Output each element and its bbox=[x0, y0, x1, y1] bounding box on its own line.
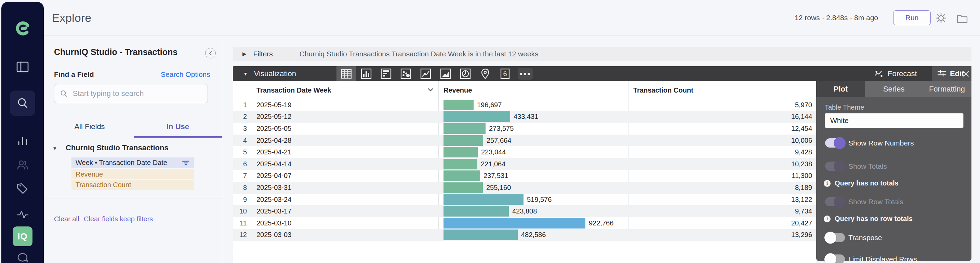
filters-bar[interactable]: ▶ Filters Churniq Studio Transactions Tr… bbox=[233, 47, 972, 61]
toggle-transpose[interactable]: Transpose bbox=[825, 233, 882, 242]
cell-transaction-count[interactable]: 11,300 bbox=[628, 170, 816, 182]
viz-line-chart-icon[interactable] bbox=[416, 66, 436, 81]
cell-transaction-count[interactable]: 20,427 bbox=[628, 217, 816, 229]
cell-transaction-count[interactable]: 16,144 bbox=[628, 111, 816, 123]
chat-icon[interactable] bbox=[16, 251, 29, 263]
filter-funnel-icon[interactable] bbox=[181, 160, 190, 166]
cell-transaction-count[interactable]: 10,238 bbox=[628, 158, 816, 170]
toggle-track[interactable] bbox=[825, 233, 845, 242]
cell-transaction-date-week[interactable]: 2025-05-05 bbox=[252, 123, 438, 135]
cell-transaction-count[interactable]: 9,428 bbox=[628, 146, 816, 158]
cell-transaction-date-week[interactable]: 2025-05-19 bbox=[252, 99, 438, 111]
revenue-value[interactable]: 221,064 bbox=[481, 160, 505, 168]
viz-column-chart-icon[interactable] bbox=[356, 66, 376, 81]
cell-revenue[interactable]: 237,531 bbox=[438, 170, 628, 182]
cell-transaction-count[interactable]: 13,296 bbox=[628, 229, 816, 241]
tab-in-use[interactable]: In Use bbox=[134, 122, 222, 131]
revenue-value[interactable]: 196,697 bbox=[477, 101, 502, 109]
toggle-limit-displayed-rows[interactable]: Limit Displayed Rows bbox=[825, 255, 917, 263]
table-theme-select[interactable]: White bbox=[825, 113, 964, 128]
column-header-transaction-date-week[interactable]: Transaction Date Week bbox=[256, 86, 331, 94]
visualization-collapse-caret-icon[interactable]: ▼ bbox=[243, 71, 248, 76]
search-options-link[interactable]: Search Options bbox=[161, 70, 210, 79]
viz-single-value-icon[interactable]: 6 bbox=[495, 66, 515, 81]
activity-icon[interactable] bbox=[15, 208, 30, 222]
cell-transaction-count[interactable]: 5,970 bbox=[628, 99, 816, 111]
cell-revenue[interactable]: 433,431 bbox=[438, 111, 628, 123]
cell-revenue[interactable]: 255,160 bbox=[438, 182, 628, 194]
tab-plot[interactable]: Plot bbox=[816, 81, 865, 97]
cell-transaction-date-week[interactable]: 2025-04-21 bbox=[252, 146, 438, 158]
revenue-value[interactable]: 237,531 bbox=[484, 172, 508, 180]
cell-transaction-date-week[interactable]: 2025-03-31 bbox=[252, 182, 438, 194]
panels-icon[interactable] bbox=[15, 60, 30, 74]
cell-transaction-date-week[interactable]: 2025-04-28 bbox=[252, 135, 438, 147]
search-nav-active-tile[interactable] bbox=[10, 90, 35, 116]
cell-revenue[interactable]: 423,808 bbox=[438, 205, 628, 217]
revenue-value[interactable]: 922,766 bbox=[589, 219, 613, 227]
bar-chart-nav-icon[interactable] bbox=[16, 133, 29, 147]
viz-map-icon[interactable] bbox=[475, 66, 495, 81]
viz-pie-chart-icon[interactable] bbox=[455, 66, 475, 81]
settings-gear-icon[interactable] bbox=[935, 12, 947, 25]
tab-formatting[interactable]: Formatting bbox=[923, 81, 972, 97]
cell-transaction-date-week[interactable]: 2025-03-24 bbox=[252, 194, 438, 206]
cell-revenue[interactable]: 257,664 bbox=[438, 135, 628, 147]
cell-transaction-date-week[interactable]: 2025-03-17 bbox=[252, 205, 438, 217]
column-header-revenue[interactable]: Revenue bbox=[444, 86, 472, 94]
field-chip-revenue[interactable]: Revenue bbox=[72, 170, 194, 179]
iq-nav-badge[interactable]: IQ bbox=[13, 227, 32, 246]
revenue-value[interactable]: 255,160 bbox=[486, 184, 511, 192]
group-collapse-caret-icon[interactable]: ▾ bbox=[53, 145, 56, 152]
column-header-transaction-count[interactable]: Transaction Count bbox=[633, 86, 694, 94]
sort-desc-chevron-icon[interactable] bbox=[428, 88, 433, 92]
tag-icon[interactable] bbox=[15, 181, 30, 195]
field-chip-week-transaction-date[interactable]: Week • Transaction Date Date bbox=[72, 157, 194, 168]
viz-more-icon[interactable]: ●●● bbox=[518, 68, 533, 79]
cell-transaction-date-week[interactable]: 2025-03-10 bbox=[252, 217, 438, 229]
cell-transaction-count[interactable]: 8,189 bbox=[628, 182, 816, 194]
viz-table-icon[interactable] bbox=[336, 66, 356, 81]
cell-transaction-date-week[interactable]: 2025-03-03 bbox=[252, 229, 438, 241]
tab-series[interactable]: Series bbox=[865, 81, 923, 97]
cell-transaction-count[interactable]: 10,006 bbox=[628, 135, 816, 147]
clear-fields-keep-filters-link[interactable]: Clear fields keep filters bbox=[84, 215, 153, 223]
viz-scatter-icon[interactable] bbox=[396, 66, 416, 81]
cell-revenue[interactable]: 922,766 bbox=[438, 217, 628, 229]
run-button[interactable]: Run bbox=[893, 10, 931, 25]
cell-transaction-count[interactable]: 12,454 bbox=[628, 123, 816, 135]
cell-revenue[interactable]: 519,576 bbox=[438, 194, 628, 206]
clear-all-link[interactable]: Clear all bbox=[54, 215, 79, 223]
cell-transaction-count[interactable]: 9,734 bbox=[628, 205, 816, 217]
revenue-value[interactable]: 273,575 bbox=[489, 125, 514, 133]
cell-revenue[interactable]: 223,044 bbox=[438, 146, 628, 158]
app-logo-icon[interactable] bbox=[15, 21, 30, 36]
revenue-value[interactable]: 519,576 bbox=[527, 196, 552, 204]
cell-transaction-date-week[interactable]: 2025-04-14 bbox=[252, 158, 438, 170]
toggle-track[interactable] bbox=[825, 255, 845, 263]
forecast-button[interactable]: Forecast bbox=[874, 66, 917, 81]
revenue-value[interactable]: 423,808 bbox=[512, 208, 537, 215]
toggle-show-row-numbers[interactable]: Show Row Numbers bbox=[825, 138, 914, 147]
filters-expand-caret-icon[interactable]: ▶ bbox=[242, 51, 247, 57]
tab-all-fields[interactable]: All Fields bbox=[45, 122, 134, 131]
revenue-value[interactable]: 257,664 bbox=[487, 136, 511, 144]
cell-revenue[interactable]: 482,586 bbox=[438, 229, 628, 241]
field-chip-transaction-count[interactable]: Transaction Count bbox=[72, 180, 194, 190]
field-search-box[interactable] bbox=[54, 84, 208, 103]
folder-icon[interactable] bbox=[956, 12, 968, 26]
collapse-panel-button[interactable] bbox=[205, 48, 216, 59]
people-icon[interactable] bbox=[15, 158, 30, 172]
revenue-value[interactable]: 223,044 bbox=[481, 148, 506, 156]
close-edit-panel-icon[interactable] bbox=[961, 69, 970, 78]
cell-transaction-count[interactable]: 13,122 bbox=[628, 194, 816, 206]
field-search-input[interactable] bbox=[73, 89, 202, 98]
cell-revenue[interactable]: 196,697 bbox=[438, 99, 628, 111]
cell-transaction-date-week[interactable]: 2025-04-07 bbox=[252, 170, 438, 182]
revenue-value[interactable]: 482,586 bbox=[521, 231, 546, 239]
toggle-track[interactable] bbox=[825, 138, 845, 147]
cell-transaction-date-week[interactable]: 2025-05-12 bbox=[252, 111, 438, 123]
viz-area-chart-icon[interactable] bbox=[436, 66, 455, 81]
viz-bar-chart-icon[interactable] bbox=[376, 66, 396, 81]
cell-revenue[interactable]: 221,064 bbox=[438, 158, 628, 170]
